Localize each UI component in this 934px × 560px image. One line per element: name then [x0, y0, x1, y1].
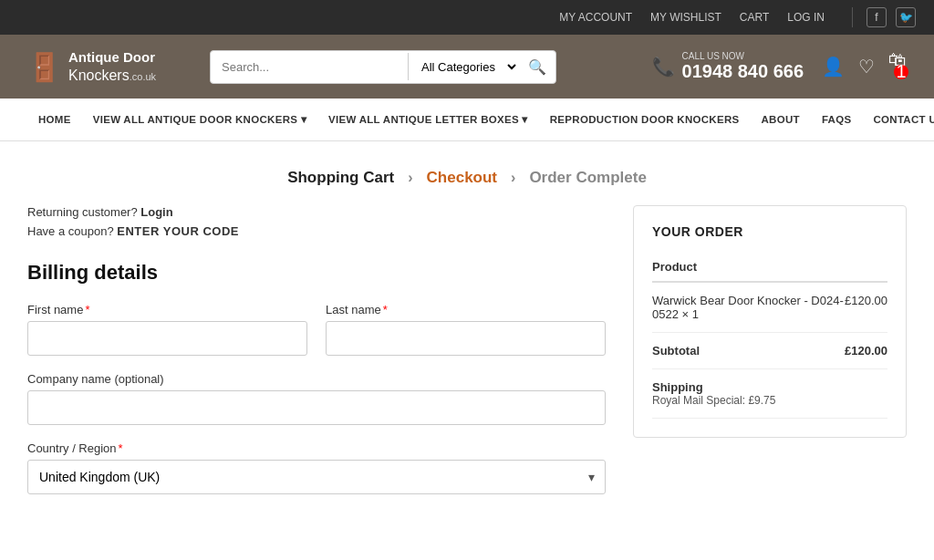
search-bar: All Categories 🔍 — [210, 50, 556, 84]
main-content: Returning customer? Login Have a coupon?… — [0, 205, 934, 547]
country-select-wrap: United Kingdom (UK) — [27, 460, 606, 494]
first-name-group: First name* — [27, 303, 307, 356]
your-order-title: YOUR ORDER — [652, 224, 887, 239]
logo-text: Antique Door Knockers.co.uk — [68, 48, 156, 85]
last-name-input[interactable] — [326, 321, 606, 356]
social-links: f 🐦 — [852, 7, 916, 27]
order-item-name: Warwick Bear Door Knocker - D024-0522 × … — [652, 282, 845, 333]
phone-label: CALL US NOW — [682, 51, 804, 61]
country-select[interactable]: United Kingdom (UK) — [27, 460, 606, 494]
order-summary: YOUR ORDER Product Warwick Bear Door Kno… — [633, 205, 907, 438]
login-link-billing[interactable]: Login — [140, 205, 172, 219]
returning-customer-text: Returning customer? Login — [27, 205, 606, 219]
my-wishlist-link[interactable]: MY WISHLIST — [650, 11, 721, 24]
logo-icon: 🚪 — [27, 51, 61, 83]
subtotal-row: Subtotal £120.00 — [652, 333, 887, 369]
my-account-link[interactable]: MY ACCOUNT — [559, 11, 632, 24]
shipping-detail: Royal Mail Special: £9.75 — [652, 394, 845, 407]
order-item-price: £120.00 — [845, 282, 887, 333]
nav-faqs[interactable]: FAQS — [811, 99, 863, 140]
phone-area: 📞 CALL US NOW 01948 840 666 — [652, 51, 804, 82]
company-input[interactable] — [27, 390, 606, 425]
step-order-complete: Order Complete — [529, 169, 646, 187]
company-label: Company name (optional) — [27, 372, 606, 386]
subtotal-label: Subtotal — [652, 333, 845, 369]
cart-badge: 1 — [894, 65, 908, 79]
enter-coupon-link[interactable]: ENTER YOUR CODE — [117, 224, 239, 238]
progress-arrow-1: › — [408, 170, 412, 186]
nav-home[interactable]: HOME — [27, 99, 82, 140]
name-row: First name* Last name* — [27, 303, 606, 356]
main-nav: HOME VIEW ALL ANTIQUE DOOR KNOCKERS VIEW… — [0, 99, 934, 141]
shipping-row: Shipping Royal Mail Special: £9.75 — [652, 369, 887, 419]
nav-contact-us[interactable]: CONTACT US — [862, 99, 934, 140]
cart-icon[interactable]: 🛍 1 — [888, 49, 907, 85]
category-select[interactable]: All Categories — [409, 52, 519, 82]
search-button[interactable]: 🔍 — [519, 51, 555, 83]
order-table: Product Warwick Bear Door Knocker - D024… — [652, 253, 887, 419]
last-name-group: Last name* — [326, 303, 606, 356]
country-group: Country / Region* United Kingdom (UK) — [27, 441, 606, 494]
shipping-label: Shipping — [652, 380, 845, 394]
first-name-label: First name* — [27, 303, 307, 316]
price-column-header — [845, 253, 887, 282]
first-name-input[interactable] — [27, 321, 307, 356]
twitter-icon[interactable]: 🐦 — [896, 7, 916, 27]
checkout-progress: Shopping Cart › Checkout › Order Complet… — [0, 141, 934, 205]
last-name-label: Last name* — [326, 303, 606, 316]
step-checkout: Checkout — [427, 169, 497, 187]
top-bar: MY ACCOUNT MY WISHLIST CART LOG IN f 🐦 — [0, 0, 934, 35]
nav-about[interactable]: ABOUT — [751, 99, 811, 140]
logo[interactable]: 🚪 Antique Door Knockers.co.uk — [27, 48, 192, 85]
nav-antique-door-knockers[interactable]: VIEW ALL ANTIQUE DOOR KNOCKERS — [82, 99, 317, 140]
header: 🚪 Antique Door Knockers.co.uk All Catego… — [0, 35, 934, 99]
coupon-row: Have a coupon? ENTER YOUR CODE — [27, 224, 606, 238]
cart-link[interactable]: CART — [740, 11, 769, 24]
order-item-row: Warwick Bear Door Knocker - D024-0522 × … — [652, 282, 887, 333]
header-icons: 👤 ♡ 🛍 1 — [822, 49, 907, 85]
nav-antique-letter-boxes[interactable]: VIEW ALL ANTIQUE LETTER BOXES — [317, 99, 539, 140]
phone-number: 01948 840 666 — [682, 61, 804, 82]
phone-icon: 📞 — [652, 56, 675, 78]
country-label: Country / Region* — [27, 441, 606, 455]
company-group: Company name (optional) — [27, 372, 606, 425]
product-column-header: Product — [652, 253, 845, 282]
facebook-icon[interactable]: f — [867, 7, 887, 27]
billing-title: Billing details — [27, 261, 606, 285]
header-right: 📞 CALL US NOW 01948 840 666 👤 ♡ 🛍 1 — [652, 49, 907, 85]
wishlist-icon[interactable]: ♡ — [858, 56, 875, 78]
search-input[interactable] — [211, 53, 408, 81]
account-icon[interactable]: 👤 — [822, 56, 845, 78]
progress-arrow-2: › — [511, 170, 515, 186]
billing-section: Returning customer? Login Have a coupon?… — [27, 205, 606, 511]
nav-reproduction-door-knockers[interactable]: REPRODUCTION DOOR KNOCKERS — [539, 99, 751, 140]
subtotal-value: £120.00 — [845, 333, 887, 369]
login-link[interactable]: LOG IN — [787, 11, 825, 24]
step-shopping-cart[interactable]: Shopping Cart — [287, 169, 394, 187]
